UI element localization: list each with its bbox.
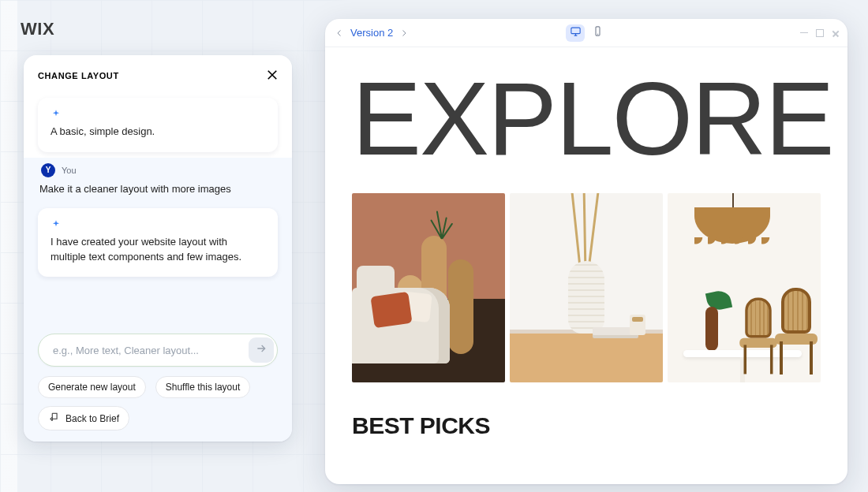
gallery-image bbox=[510, 193, 663, 382]
preview-toolbar: Version 2 bbox=[325, 19, 847, 47]
shuffle-layout-button[interactable]: Shuffle this layout bbox=[155, 376, 251, 398]
device-toggle bbox=[566, 24, 607, 42]
version-switcher: Version 2 bbox=[335, 27, 409, 39]
generate-layout-button[interactable]: Generate new layout bbox=[38, 376, 146, 398]
hero-heading: EXPLORE bbox=[325, 47, 847, 179]
minimize-button[interactable] bbox=[800, 32, 808, 33]
preview-window: Version 2 EXPLORE bbox=[325, 19, 847, 484]
panel-title: CHANGE LAYOUT bbox=[38, 71, 278, 80]
gallery-image bbox=[668, 193, 821, 382]
brand-logo: WIX bbox=[21, 19, 54, 39]
mobile-view-button[interactable] bbox=[588, 24, 607, 42]
ai-message: A basic, simple design. bbox=[38, 98, 278, 152]
close-window-button[interactable] bbox=[832, 29, 840, 37]
sparkle-icon bbox=[51, 109, 62, 120]
version-label[interactable]: Version 2 bbox=[350, 27, 393, 39]
window-controls bbox=[800, 29, 840, 37]
chat-input-row bbox=[38, 334, 278, 367]
gallery-row bbox=[325, 193, 847, 382]
close-button[interactable] bbox=[265, 68, 279, 85]
suggestion-chips: Generate new layout Shuffle this layout bbox=[38, 376, 278, 398]
chevron-right-icon[interactable] bbox=[399, 28, 409, 38]
arrow-right-icon bbox=[255, 342, 268, 358]
desktop-view-button[interactable] bbox=[566, 24, 585, 42]
user-avatar: Y bbox=[41, 163, 55, 177]
back-row: Back to Brief bbox=[38, 406, 278, 430]
chat-input[interactable] bbox=[38, 334, 278, 367]
send-button[interactable] bbox=[249, 337, 274, 363]
ai-message-text: A basic, simple design. bbox=[51, 125, 155, 137]
gallery-image bbox=[352, 193, 505, 382]
close-icon bbox=[265, 71, 279, 84]
mobile-icon bbox=[592, 25, 604, 40]
conversation: A basic, simple design. Y You Make it a … bbox=[38, 98, 278, 277]
back-icon bbox=[48, 412, 59, 425]
maximize-button[interactable] bbox=[816, 29, 824, 37]
ai-message: I have created your website layout with … bbox=[38, 208, 278, 278]
user-label: You bbox=[62, 166, 77, 175]
ai-message-text: I have created your website layout with … bbox=[51, 236, 241, 263]
svg-rect-0 bbox=[571, 28, 579, 34]
user-message: Y You Make it a cleaner layout with more… bbox=[38, 163, 278, 197]
section-heading: BEST PICKS bbox=[325, 382, 847, 439]
user-message-text: Make it a cleaner layout with more image… bbox=[39, 182, 276, 197]
back-label: Back to Brief bbox=[65, 413, 119, 424]
change-layout-panel: CHANGE LAYOUT A basic, simple design. Y … bbox=[24, 55, 292, 442]
chevron-left-icon[interactable] bbox=[335, 28, 344, 38]
back-to-brief-button[interactable]: Back to Brief bbox=[38, 406, 129, 430]
sparkle-icon bbox=[51, 219, 62, 230]
desktop-icon bbox=[570, 25, 582, 40]
